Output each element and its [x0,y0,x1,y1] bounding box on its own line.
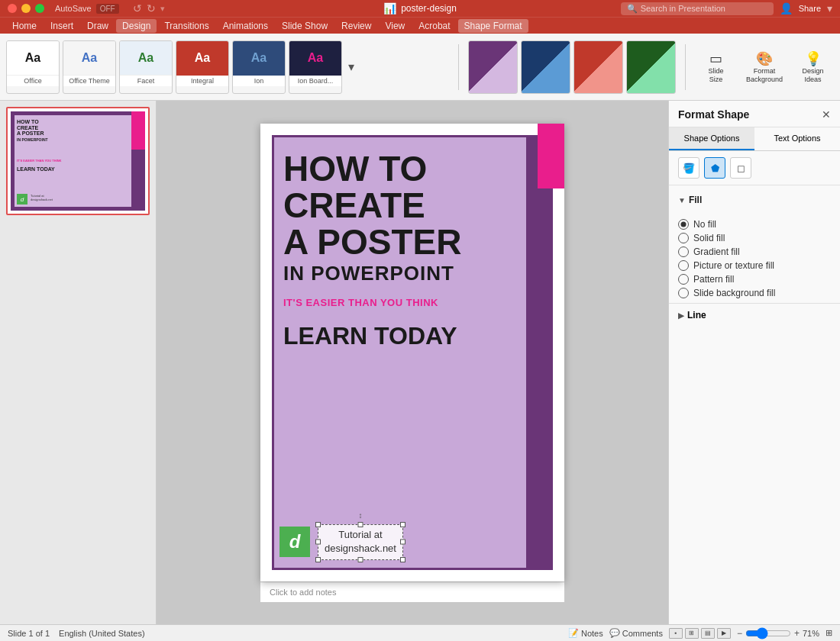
fill-section: ▼ Fill [669,185,840,214]
slideshow-view-button[interactable]: ▶ [717,628,731,639]
menu-home[interactable]: Home [6,19,43,33]
menu-draw[interactable]: Draw [81,19,115,33]
fill-section-label: Fill [689,195,702,205]
slide-bg-fill-radio[interactable] [678,288,689,298]
notes-placeholder: Click to add notes [270,588,336,597]
minimize-window-button[interactable] [21,4,31,13]
tab-shape-options[interactable]: Shape Options [669,127,754,150]
menu-acrobat[interactable]: Acrobat [412,19,456,33]
notes-icon: 📝 [568,628,579,638]
status-bar: Slide 1 of 1 English (United States) 📝 N… [0,624,840,641]
menu-transitions[interactable]: Transitions [158,19,215,33]
theme-item-3[interactable]: Aa Facet [119,40,173,94]
solid-fill-option[interactable]: Solid fill [678,231,831,245]
gradient-fill-option[interactable]: Gradient fill [678,245,831,259]
pattern-fill-radio[interactable] [678,274,689,285]
toolbar-separator-1 [458,44,459,90]
title-bar: AutoSave OFF ↺ ↻ ▾ 📊 poster-design 🔍 Sea… [0,0,840,17]
color-combo-2[interactable] [521,40,570,94]
autosave-label: AutoSave [55,4,92,13]
toolbar-separator-2 [685,44,686,90]
share-button[interactable]: Share [799,4,821,13]
notes-area[interactable]: Click to add notes [260,581,564,602]
picture-texture-fill-option[interactable]: Picture or texture fill [678,259,831,272]
zoom-level: 71% [803,629,819,638]
poster-logo: d [279,527,310,557]
slide-thumbnail-1[interactable]: 1 HOW TOCREATEA POSTERIN POWERPOINT IT'S… [6,107,150,215]
fit-to-window-button[interactable]: ⊞ [825,628,832,638]
poster-white-top [260,124,564,135]
gradient-fill-radio[interactable] [678,246,689,257]
fill-line-icon-btn[interactable]: 🪣 [678,157,699,179]
slide-canvas[interactable]: HOW TO CREATE A POSTER IN POWERPOINT IT'… [260,124,564,581]
zoom-out-button[interactable]: − [737,628,742,639]
line-section-label: Line [687,310,706,320]
comments-button[interactable]: 💬 Comments [609,628,663,638]
theme-label-2: Office Theme [63,76,115,86]
close-window-button[interactable] [8,4,17,13]
menu-animations[interactable]: Animations [217,19,274,33]
menu-shape-format[interactable]: Shape Format [458,19,528,33]
file-icon: 📊 [383,2,396,14]
poster-logo-letter: d [289,531,301,552]
zoom-in-button[interactable]: + [794,628,800,639]
color-combo-1[interactable] [468,40,518,94]
mini-url: Tutorial atdesignshack.net [31,194,53,201]
poster-footer-text: Tutorial atdesignshack.net [325,528,396,556]
theme-item-2[interactable]: Aa Office Theme [63,40,116,94]
undo-icon[interactable]: ↺ [133,2,142,14]
color-combo-4[interactable] [626,40,676,94]
solid-fill-radio[interactable] [678,233,689,243]
theme-item-1[interactable]: Aa Office [6,40,60,94]
more-commands-icon[interactable]: ▾ [160,4,165,14]
format-panel-close-button[interactable]: ✕ [822,108,831,121]
menu-view[interactable]: View [379,19,411,33]
color-combinations [468,40,676,94]
share-chevron-icon[interactable]: ▾ [827,2,832,14]
menu-slideshow[interactable]: Slide Show [276,19,334,33]
line-section-header[interactable]: ▶ Line [678,310,831,320]
theme-gallery-chevron[interactable]: ▾ [345,40,357,94]
notes-button[interactable]: 📝 Notes [568,628,603,638]
normal-view-button[interactable]: ▪ [669,628,683,639]
slide-size-button[interactable]: ▭ SlideSize [695,47,737,87]
canvas-area: HOW TO CREATE A POSTER IN POWERPOINT IT'… [157,101,668,624]
maximize-window-button[interactable] [35,4,44,13]
poster-line4: IN POWERPOINT [283,262,522,285]
canvas-wrapper: HOW TO CREATE A POSTER IN POWERPOINT IT'… [260,124,564,602]
menu-review[interactable]: Review [335,19,377,33]
design-ideas-label: DesignIdeas [802,67,823,84]
menu-bar: Home Insert Draw Design Transitions Anim… [0,17,840,34]
poster-content: HOW TO CREATE A POSTER IN POWERPOINT IT'… [283,150,522,351]
view-buttons: ▪ ⊞ ▤ ▶ [669,628,731,639]
shape-icon-btn[interactable]: ⬟ [704,157,725,179]
document-title: poster-design [401,3,457,14]
theme-item-4[interactable]: Aa Integral [176,40,229,94]
user-icon[interactable]: 👤 [780,2,793,14]
pattern-fill-option[interactable]: Pattern fill [678,272,831,286]
no-fill-radio[interactable] [678,219,689,230]
theme-item-6[interactable]: Aa Ion Board... [289,40,342,94]
no-fill-option[interactable]: No fill [678,217,831,231]
format-background-button[interactable]: 🎨 FormatBackground [740,47,789,87]
reading-view-button[interactable]: ▤ [701,628,715,639]
slide-bg-fill-option[interactable]: Slide background fill [678,286,831,300]
resize-cursor: ↕ [358,511,362,520]
autosave-toggle[interactable]: OFF [96,4,119,14]
text-selection-box[interactable]: Tutorial atdesignshack.net ↕ [318,524,403,559]
picture-texture-fill-radio[interactable] [678,260,689,271]
effects-icon-btn[interactable]: ◻ [730,157,751,179]
slide-size-icon: ▭ [709,50,722,67]
design-ideas-button[interactable]: 💡 DesignIdeas [792,47,834,87]
menu-design[interactable]: Design [116,19,157,33]
zoom-slider[interactable] [745,627,791,639]
fill-section-header[interactable]: ▼ Fill [678,192,831,208]
theme-item-5[interactable]: Aa Ion [232,40,286,94]
menu-insert[interactable]: Insert [44,19,79,33]
search-bar[interactable]: 🔍 Search in Presentation [621,2,774,15]
slide-sorter-button[interactable]: ⊞ [685,628,699,639]
theme-label-5: Ion [233,76,285,86]
tab-text-options[interactable]: Text Options [754,127,840,150]
redo-icon[interactable]: ↻ [147,2,156,14]
color-combo-3[interactable] [573,40,623,94]
